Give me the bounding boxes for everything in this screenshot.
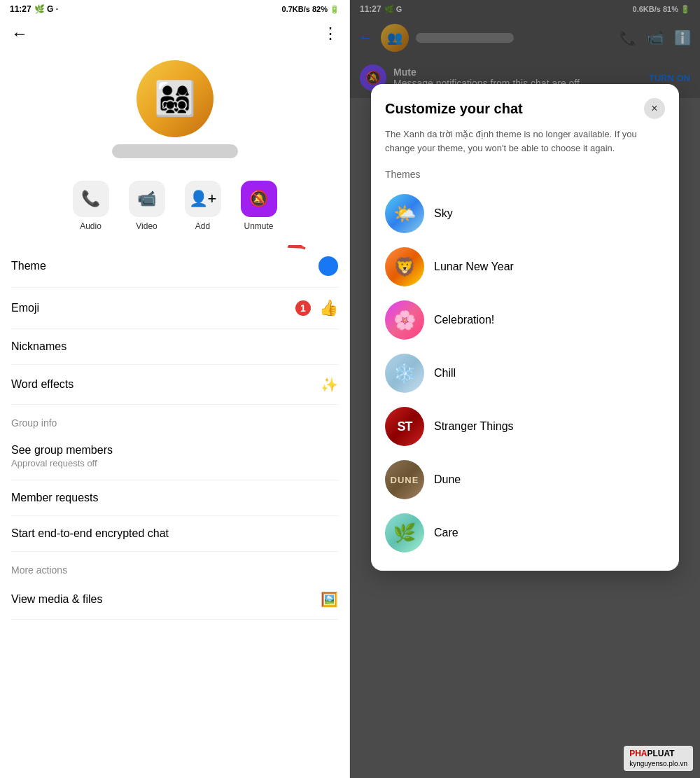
left-panel: 11:27 🌿 G · 0.7KB/s 82% 🔋 ← ⋮ 📞 Audio 📹 … — [0, 0, 350, 778]
profile-name-bar — [112, 144, 238, 158]
nicknames-title: Nicknames — [11, 340, 66, 353]
watermark-text1: PHA — [629, 749, 647, 758]
theme-lunar-icon: 🦁 — [385, 247, 424, 286]
theme-care-name: Care — [434, 527, 458, 539]
audio-icon: 📞 — [73, 181, 109, 217]
theme-sky-item[interactable]: 🌤️ Sky — [379, 187, 671, 240]
theme-list: 🌤️ Sky 🦁 Lunar New Year 🌸 Celebr — [371, 187, 679, 571]
modal-subtitle: The Xanh da trời mặc định theme is no lo… — [371, 125, 679, 166]
emoji-thumbsup: 👍 — [319, 299, 338, 317]
member-requests-title: Member requests — [11, 492, 99, 504]
theme-celebration-name: Celebration! — [434, 314, 494, 326]
watermark-url: kynguyenso.plo.vn — [629, 760, 687, 767]
unmute-label: Unmute — [244, 221, 273, 231]
more-button[interactable]: ⋮ — [323, 25, 338, 43]
theme-stranger-icon: ST — [385, 407, 424, 446]
group-info-header: Group info — [11, 405, 338, 433]
emoji-right: 1 👍 — [295, 299, 338, 317]
theme-celebration-icon: 🌸 — [385, 300, 424, 340]
word-effects-menu-item[interactable]: Word effects ✨ — [11, 365, 338, 405]
unmute-button[interactable]: 🔕 Unmute — [241, 181, 277, 231]
view-media-right: 🖼️ — [321, 591, 338, 608]
avatar — [136, 60, 214, 137]
emoji-title: Emoji — [11, 302, 39, 314]
red-arrow-annotation — [258, 245, 314, 252]
theme-color-dot — [318, 256, 338, 276]
audio-label: Audio — [80, 221, 102, 231]
add-label: Add — [195, 221, 210, 231]
view-media-title: View media & files — [11, 593, 102, 606]
theme-care-item[interactable]: 🌿 Care — [379, 506, 671, 560]
theme-stranger-item[interactable]: ST Stranger Things — [379, 400, 671, 453]
see-group-members-item[interactable]: See group members Approval requests off — [11, 433, 338, 480]
theme-dune-name: Dune — [434, 473, 461, 486]
theme-lunar-name: Lunar New Year — [434, 261, 514, 273]
back-button[interactable]: ← — [11, 24, 28, 43]
theme-chill-name: Chill — [434, 367, 456, 380]
left-status-bar: 11:27 🌿 G · 0.7KB/s 82% 🔋 — [0, 0, 349, 18]
view-media-item[interactable]: View media & files 🖼️ — [11, 580, 338, 620]
menu-list: Theme Emoji 1 � — [0, 245, 349, 778]
left-status-right: 0.7KB/s 82% 🔋 — [282, 5, 340, 14]
profile-section — [0, 49, 349, 172]
add-person-icon: 👤+ — [185, 181, 221, 217]
theme-sky-name: Sky — [434, 207, 453, 220]
modal-overlay: Customize your chat × The Xanh da trời m… — [350, 0, 700, 778]
theme-sky-icon: 🌤️ — [385, 194, 424, 233]
emoji-menu-item[interactable]: Emoji 1 👍 — [11, 288, 338, 329]
video-button[interactable]: 📹 Video — [129, 181, 165, 231]
themes-label: Themes — [371, 166, 679, 187]
theme-lunar-item[interactable]: 🦁 Lunar New Year — [379, 240, 671, 293]
svg-line-1 — [265, 245, 305, 249]
add-button[interactable]: 👤+ Add — [185, 181, 221, 231]
unmute-icon: 🔕 — [241, 181, 277, 217]
image-icon: 🖼️ — [321, 591, 338, 608]
theme-chill-item[interactable]: ❄️ Chill — [379, 347, 671, 400]
audio-button[interactable]: 📞 Audio — [73, 181, 109, 231]
watermark-text2: PLUAT — [648, 749, 675, 758]
theme-celebration-item[interactable]: 🌸 Celebration! — [379, 293, 671, 347]
customize-chat-modal: Customize your chat × The Xanh da trời m… — [371, 84, 679, 571]
sparkle-icon: ✨ — [321, 376, 338, 393]
see-group-left: See group members Approval requests off — [11, 444, 113, 468]
word-effects-title: Word effects — [11, 378, 74, 391]
theme-chill-icon: ❄️ — [385, 354, 424, 393]
member-requests-item[interactable]: Member requests — [11, 480, 338, 516]
more-actions-header: More actions — [11, 552, 338, 580]
modal-close-button[interactable]: × — [644, 98, 665, 119]
left-top-nav: ← ⋮ — [0, 18, 349, 49]
approval-subtitle: Approval requests off — [11, 458, 113, 468]
e2e-chat-item[interactable]: Start end-to-end encrypted chat — [11, 516, 338, 552]
see-group-title: See group members — [11, 444, 113, 457]
theme-care-icon: 🌿 — [385, 513, 424, 553]
e2e-chat-title: Start end-to-end encrypted chat — [11, 527, 169, 540]
theme-right — [318, 256, 338, 276]
emoji-badge: 1 — [295, 300, 311, 316]
theme-dune-icon: DUNE — [385, 460, 424, 499]
emoji-left: Emoji — [11, 302, 39, 314]
theme-dune-item[interactable]: DUNE Dune — [379, 453, 671, 506]
theme-stranger-name: Stranger Things — [434, 420, 514, 433]
video-label: Video — [136, 221, 157, 231]
action-buttons: 📞 Audio 📹 Video 👤+ Add 🔕 Unmute — [0, 172, 349, 245]
theme-menu-item[interactable]: Theme — [11, 245, 338, 288]
left-status-time: 11:27 🌿 G · — [10, 4, 58, 14]
watermark: PHAPLUAT kynguyenso.plo.vn — [624, 746, 693, 771]
modal-title: Customize your chat — [385, 101, 523, 117]
word-effects-right: ✨ — [321, 376, 338, 393]
nicknames-menu-item[interactable]: Nicknames — [11, 329, 338, 365]
theme-title: Theme — [11, 260, 46, 272]
modal-header: Customize your chat × — [371, 84, 679, 125]
right-panel: 11:27 🌿 G 0.6KB/s 81% 🔋 ← 👥 📞 📹 ℹ️ 🔕 Mut… — [350, 0, 700, 778]
video-icon: 📹 — [129, 181, 165, 217]
